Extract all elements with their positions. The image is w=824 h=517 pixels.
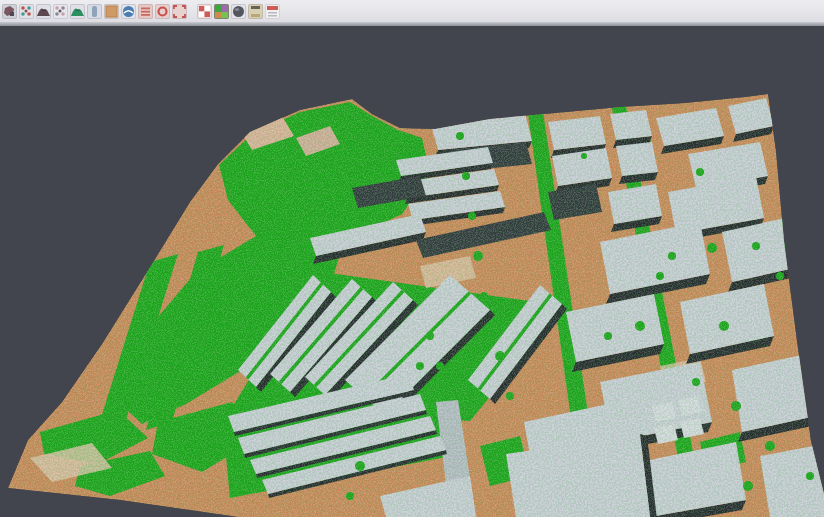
column-icon[interactable] — [87, 4, 102, 19]
classification-icon[interactable] — [214, 4, 229, 19]
marker-icon[interactable] — [2, 4, 17, 19]
sphere-icon[interactable] — [231, 4, 246, 19]
selection-icon[interactable] — [172, 4, 187, 19]
terrain-icon[interactable] — [70, 4, 85, 19]
target-icon[interactable] — [155, 4, 170, 19]
measure-icon[interactable] — [248, 4, 263, 19]
mountain-icon[interactable] — [36, 4, 51, 19]
globe-icon[interactable] — [121, 4, 136, 19]
flag-icon[interactable] — [265, 4, 280, 19]
clip-box-icon[interactable] — [197, 4, 212, 19]
multipoint-icon[interactable] — [19, 4, 34, 19]
ortho-image-icon[interactable] — [104, 4, 119, 19]
sparse-points-icon[interactable] — [53, 4, 68, 19]
layers-icon[interactable] — [138, 4, 153, 19]
app-window — [0, 0, 824, 517]
3d-viewport[interactable] — [0, 26, 824, 517]
toolbar — [0, 0, 824, 22]
point-cloud-scene — [0, 26, 824, 517]
point-cloud-render — [0, 26, 824, 517]
